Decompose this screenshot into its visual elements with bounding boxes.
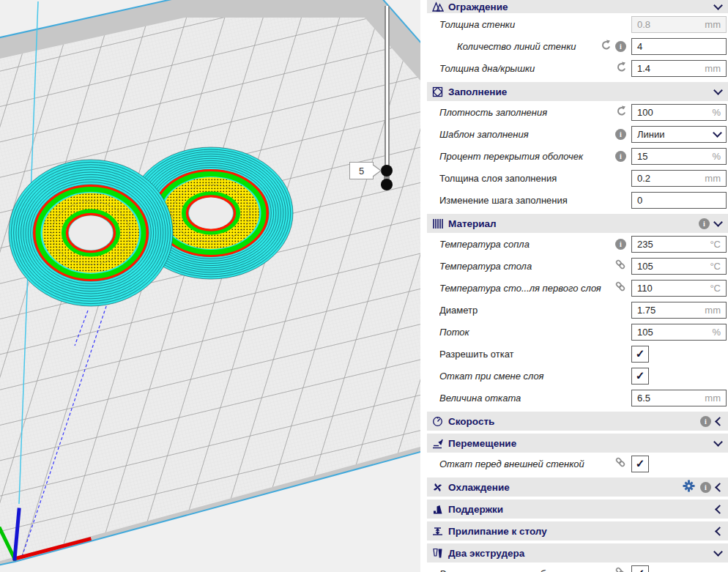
layer-slider-handle-bottom[interactable] — [381, 179, 393, 190]
setting-skin-overlap[interactable]: Процент перекрытия оболочек i 15 % — [427, 145, 728, 167]
setting-label: Разрешить откат — [439, 349, 631, 360]
section-header-shell[interactable]: Ограждение — [427, 0, 728, 13]
retract-layer-change-checkbox[interactable]: ✓ — [631, 368, 649, 385]
wall-thickness-input: 0.8 mm — [631, 16, 727, 33]
gear-icon[interactable] — [683, 480, 695, 495]
link-icon[interactable] — [614, 456, 626, 471]
section-header-adhesion[interactable]: Прилипание к столу — [427, 521, 728, 541]
setting-label: Разрешить черновую башню — [439, 568, 614, 572]
section-header-dual-extrusion[interactable]: Два экструдера — [427, 543, 728, 562]
reset-icon[interactable] — [615, 105, 626, 119]
retraction-enable-checkbox[interactable]: ✓ — [631, 346, 649, 363]
setting-top-bottom-thickness[interactable]: Толщина дна/крышки 1.4 mm — [427, 57, 728, 79]
scene — [0, 0, 420, 572]
material-icon — [432, 218, 448, 229]
setting-label: Диаметр — [439, 305, 631, 316]
setting-label: Толщина слоя заполнения — [439, 173, 631, 184]
speed-icon — [432, 416, 448, 427]
wall-line-count-input[interactable]: 4 — [631, 38, 727, 55]
setting-infill-pattern[interactable]: Шаблон заполнения i Линии — [427, 123, 728, 145]
top-bottom-thickness-input[interactable]: 1.4 mm — [631, 60, 727, 77]
reset-icon[interactable] — [600, 40, 611, 53]
section-header-infill[interactable]: Заполнение — [427, 82, 728, 101]
setting-label: Толщина дна/крышки — [439, 63, 615, 74]
check-icon: ✓ — [636, 347, 645, 360]
info-icon[interactable]: i — [700, 416, 711, 427]
viewport-3d[interactable]: 5 — [0, 0, 420, 572]
shell-icon — [432, 1, 448, 12]
setting-retraction-enable[interactable]: Разрешить откат ✓ — [427, 343, 728, 365]
setting-prime-tower-enable[interactable]: Разрешить черновую башню ✓ — [427, 562, 728, 572]
chevron-left-icon[interactable] — [715, 417, 724, 426]
setting-retract-before-outer-wall[interactable]: Откат перед внешней стенкой ✓ — [427, 453, 728, 475]
retraction-amount-input[interactable]: 6.5 mm — [631, 390, 727, 406]
layer-slider-handle-top[interactable] — [381, 165, 393, 177]
link-icon[interactable] — [614, 281, 626, 295]
setting-label: Величина отката — [439, 393, 631, 404]
layer-number: 5 — [359, 166, 364, 177]
infill-pattern-dropdown[interactable]: Линии — [631, 126, 727, 143]
link-icon[interactable] — [614, 259, 626, 273]
bed-temp-layer0-input[interactable]: 110 °C — [631, 280, 727, 297]
setting-nozzle-temp[interactable]: Температура сопла i 235 °C — [427, 233, 728, 255]
chevron-down-icon[interactable] — [713, 218, 723, 227]
diameter-input[interactable]: 1.75 mm — [631, 302, 727, 319]
infill-icon — [432, 86, 448, 97]
info-icon[interactable]: i — [615, 239, 626, 250]
section-header-speed[interactable]: Скорость i — [427, 412, 728, 431]
info-icon[interactable]: i — [615, 41, 626, 52]
nozzle-temp-input[interactable]: 235 °C — [631, 236, 727, 253]
setting-bed-temp[interactable]: Температура стола 105 °C — [427, 255, 728, 277]
reset-icon[interactable] — [615, 62, 626, 75]
setting-infill-layer-thickness[interactable]: Толщина слоя заполнения 0.2 mm — [427, 167, 728, 189]
setting-label: Изменение шага заполнения — [439, 195, 631, 206]
retract-before-outer-wall-checkbox[interactable]: ✓ — [631, 456, 649, 472]
info-icon[interactable]: i — [615, 151, 626, 162]
section-title: Прилипание к столу — [448, 526, 716, 537]
section-title: Поддержки — [448, 504, 716, 515]
check-icon: ✓ — [636, 567, 645, 572]
chevron-left-icon[interactable] — [715, 505, 724, 514]
setting-retract-layer-change[interactable]: Откат при смене слоя ✓ — [427, 365, 728, 387]
chevron-left-icon[interactable] — [715, 527, 724, 536]
setting-label: Температура сопла — [439, 239, 615, 250]
info-icon[interactable]: i — [615, 129, 626, 140]
setting-flow[interactable]: Поток 105 % — [427, 321, 728, 343]
layer-slider[interactable] — [385, 6, 390, 171]
chevron-down-icon[interactable] — [713, 1, 723, 10]
section-title: Заполнение — [448, 86, 715, 97]
skin-overlap-input[interactable]: 15 % — [631, 148, 727, 165]
setting-gradual-infill-steps[interactable]: Изменение шага заполнения 0 — [427, 189, 728, 211]
bed-temp-input[interactable]: 105 °C — [631, 258, 727, 275]
flow-input[interactable]: 105 % — [631, 324, 727, 341]
setting-label: Откат при смене слоя — [439, 371, 631, 382]
info-icon[interactable]: i — [699, 218, 710, 229]
setting-diameter[interactable]: Диаметр 1.75 mm — [427, 299, 728, 321]
adhesion-icon — [432, 526, 448, 537]
setting-wall-line-count[interactable]: Количество линий стенки i 4 — [427, 35, 728, 57]
gradual-infill-steps-input[interactable]: 0 — [631, 192, 727, 209]
link-icon[interactable] — [614, 566, 626, 572]
prime-tower-enable-checkbox[interactable]: ✓ — [631, 565, 649, 572]
chevron-down-icon[interactable] — [713, 547, 723, 557]
setting-label: Количество линий стенки — [439, 41, 600, 52]
setting-infill-density[interactable]: Плотность заполнения 100 % — [427, 101, 728, 123]
section-title: Перемещение — [448, 438, 715, 449]
model-ring-left[interactable] — [9, 160, 173, 306]
section-header-material[interactable]: Материал i — [427, 214, 728, 233]
chevron-down-icon[interactable] — [713, 437, 723, 447]
setting-bed-temp-layer0[interactable]: Температура сто...ля первого слоя 110 °C — [427, 277, 728, 299]
setting-wall-thickness[interactable]: Толщина стенки 0.8 mm — [427, 13, 728, 35]
section-header-support[interactable]: Поддержки — [427, 499, 728, 519]
infill-layer-thickness-input[interactable]: 0.2 mm — [631, 170, 727, 187]
setting-label: Поток — [439, 327, 631, 338]
info-icon[interactable]: i — [700, 482, 711, 493]
chevron-down-icon[interactable] — [713, 86, 723, 95]
setting-retraction-amount[interactable]: Величина отката 6.5 mm — [427, 387, 728, 409]
section-header-travel[interactable]: Перемещение — [427, 434, 728, 453]
layer-indicator: 5 — [349, 162, 374, 179]
infill-density-input[interactable]: 100 % — [631, 104, 727, 121]
chevron-left-icon[interactable] — [715, 483, 724, 492]
setting-label: Толщина стенки — [439, 19, 631, 30]
section-header-cooling[interactable]: Охлаждение i — [427, 478, 728, 497]
